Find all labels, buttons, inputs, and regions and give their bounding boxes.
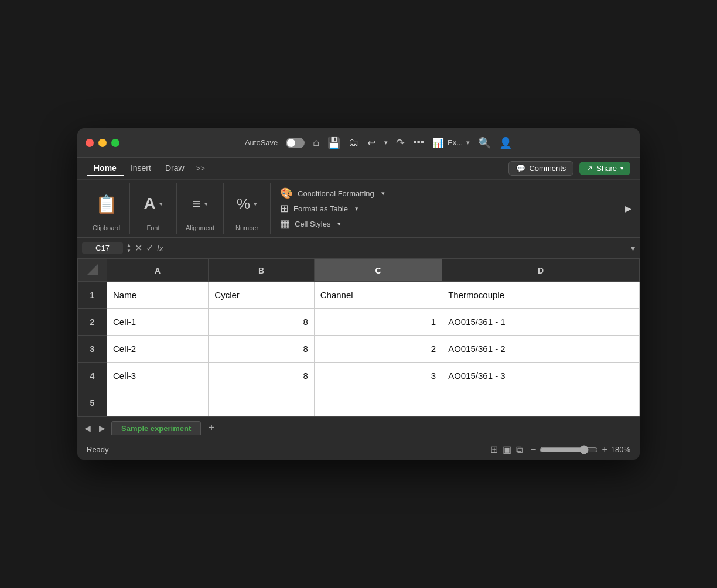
clipboard-label: Clipboard — [93, 224, 120, 231]
alignment-icon[interactable]: ≡ — [192, 195, 201, 213]
table-cell[interactable]: Channel — [314, 282, 442, 309]
ribbon: Home Insert Draw >> 💬 Comments ↗ Share ▾ — [77, 158, 640, 238]
row-number: 4 — [78, 363, 107, 389]
font-label: Font — [146, 224, 159, 231]
table-cell[interactable]: Cell-2 — [107, 336, 209, 363]
more-icon[interactable]: ••• — [413, 136, 424, 149]
spreadsheet-table: A B C D 1NameCyclerChannelThermocouple2C… — [77, 259, 640, 416]
cell-styles-item[interactable]: ▦ Cell Styles ▾ — [280, 216, 613, 231]
table-cell[interactable]: 1 — [314, 309, 442, 336]
zoom-in-button[interactable]: + — [602, 445, 607, 455]
col-header-b[interactable]: B — [209, 259, 314, 282]
page-layout-icon[interactable]: ▣ — [503, 444, 511, 455]
close-button[interactable] — [86, 139, 94, 147]
comments-button[interactable]: 💬 Comments — [508, 161, 573, 176]
table-cell[interactable]: 8 — [209, 336, 314, 363]
ribbon-content: 📋 Clipboard A ▾ Font ≡ ▾ Alignment — [77, 180, 640, 237]
ribbon-tabs: Home Insert Draw >> 💬 Comments ↗ Share ▾ — [77, 158, 640, 180]
font-icon[interactable]: A — [144, 194, 155, 213]
formula-input[interactable] — [167, 244, 627, 252]
table-cell[interactable]: AO015/361 - 2 — [442, 336, 640, 363]
comments-icon: 💬 — [516, 164, 525, 173]
font-dropdown-icon[interactable]: ▾ — [159, 200, 163, 208]
conditional-formatting-item[interactable]: 🎨 Conditional Formatting ▾ — [280, 186, 613, 201]
sheet-tab-sample[interactable]: Sample experiment — [111, 421, 201, 435]
cs-chevron-icon[interactable]: ▾ — [337, 220, 341, 228]
percent-icon[interactable]: % — [237, 195, 250, 213]
nav-down-icon[interactable]: ▼ — [127, 249, 131, 254]
ribbon-group-alignment: ≡ ▾ Alignment — [177, 183, 224, 234]
tab-more[interactable]: >> — [192, 162, 210, 175]
ribbon-collapse-button[interactable]: ▶ — [622, 183, 634, 234]
ribbon-group-clipboard: 📋 Clipboard — [83, 183, 130, 234]
row-number: 3 — [78, 336, 107, 363]
home-icon[interactable]: ⌂ — [313, 136, 319, 149]
alignment-icons: ≡ ▾ — [192, 186, 208, 222]
sheet-nav-prev-button[interactable]: ◀ — [82, 422, 93, 434]
table-cell[interactable]: Cycler — [209, 282, 314, 309]
tab-insert[interactable]: Insert — [124, 161, 158, 176]
formula-bar-expand-icon[interactable]: ▾ — [631, 244, 635, 253]
cell-reference-input[interactable] — [82, 242, 123, 254]
traffic-lights — [86, 139, 120, 147]
table-cell[interactable]: Thermocouple — [442, 282, 640, 309]
format-as-table-item[interactable]: ⊞ Format as Table ▾ — [280, 201, 613, 216]
table-cell[interactable]: AO015/361 - 1 — [442, 309, 640, 336]
ribbon-styles-group: 🎨 Conditional Formatting ▾ ⊞ Format as T… — [271, 183, 622, 234]
table-cell[interactable]: Cell-1 — [107, 309, 209, 336]
col-header-a[interactable]: A — [107, 259, 209, 282]
row-number: 5 — [78, 389, 107, 416]
row-number: 1 — [78, 282, 107, 309]
save-icon[interactable]: 💾 — [327, 136, 340, 149]
nav-up-icon[interactable]: ▲ — [127, 243, 131, 248]
view-icons: ⊞ ▣ ⧉ — [490, 444, 523, 455]
table-cell[interactable]: Cell-3 — [107, 363, 209, 389]
sheet-add-button[interactable]: + — [204, 421, 218, 435]
undo-icon[interactable]: ↩ — [367, 136, 376, 149]
maximize-button[interactable] — [111, 139, 120, 147]
col-header-d[interactable]: D — [442, 259, 640, 282]
normal-view-icon[interactable]: ⊞ — [490, 444, 498, 455]
zoom-out-button[interactable]: − — [531, 445, 536, 455]
table-cell[interactable]: AO015/361 - 3 — [442, 363, 640, 389]
share-chevron-icon: ▾ — [620, 165, 623, 172]
table-cell[interactable]: Name — [107, 282, 209, 309]
ribbon-group-number: % ▾ Number — [224, 183, 271, 234]
tab-draw[interactable]: Draw — [158, 161, 192, 176]
cell-styles-icon: ▦ — [280, 217, 290, 230]
undo-dropdown-icon[interactable]: ▾ — [384, 139, 388, 146]
table-cell[interactable]: 8 — [209, 309, 314, 336]
page-break-icon[interactable]: ⧉ — [516, 445, 523, 455]
svg-marker-0 — [87, 264, 98, 275]
search-icon[interactable]: 🔍 — [478, 136, 491, 149]
table-cell[interactable]: 2 — [314, 336, 442, 363]
table-cell[interactable] — [209, 389, 314, 416]
sheet-nav-next-button[interactable]: ▶ — [97, 422, 108, 434]
share-button[interactable]: ↗ Share ▾ — [579, 162, 630, 175]
ribbon-actions: 💬 Comments ↗ Share ▾ — [508, 161, 630, 176]
table-cell[interactable] — [107, 389, 209, 416]
fx-label: fx — [157, 244, 163, 253]
save-copy-icon[interactable]: 🗂 — [349, 136, 359, 149]
app-title-chevron[interactable]: ▾ — [466, 139, 470, 146]
clipboard-icon[interactable]: 📋 — [95, 194, 117, 214]
col-header-c[interactable]: C — [314, 259, 442, 282]
minimize-button[interactable] — [98, 139, 107, 147]
cf-chevron-icon[interactable]: ▾ — [381, 190, 385, 197]
font-icons: A ▾ — [144, 186, 162, 222]
account-icon[interactable]: 👤 — [499, 136, 512, 149]
table-row: 5 — [78, 389, 640, 416]
fat-chevron-icon[interactable]: ▾ — [355, 205, 358, 213]
table-cell[interactable]: 3 — [314, 363, 442, 389]
number-dropdown-icon[interactable]: ▾ — [254, 200, 257, 208]
table-cell[interactable]: 8 — [209, 363, 314, 389]
cancel-formula-icon[interactable]: ✕ — [135, 242, 142, 254]
confirm-formula-icon[interactable]: ✓ — [146, 242, 153, 254]
zoom-slider[interactable] — [540, 445, 598, 454]
tab-home[interactable]: Home — [87, 161, 124, 176]
table-cell[interactable] — [314, 389, 442, 416]
table-cell[interactable] — [442, 389, 640, 416]
autosave-toggle[interactable] — [286, 138, 305, 148]
alignment-dropdown-icon[interactable]: ▾ — [204, 200, 208, 208]
redo-icon[interactable]: ↷ — [396, 136, 405, 149]
